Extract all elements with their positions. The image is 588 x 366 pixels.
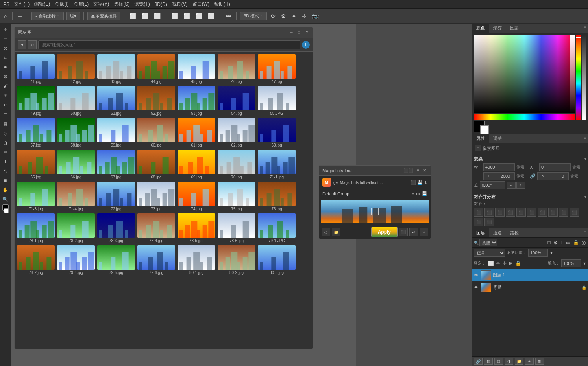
transform-toggle[interactable]: 显示变换控件 — [87, 12, 120, 20]
delete-layer-btn[interactable]: 🗑 — [535, 358, 544, 365]
image-item-76-jpg[interactable]: 76.jpg — [257, 181, 296, 212]
background-swatch[interactable] — [480, 125, 489, 134]
image-item-80-1-jpg[interactable]: 80-1.jpg — [177, 245, 216, 276]
image-item-67-jpg[interactable]: 67.jpg — [96, 149, 136, 180]
nav-dropdown-btn[interactable]: ▾ — [18, 40, 26, 49]
history-tool[interactable]: ↩ — [1, 101, 10, 109]
adjustment-btn[interactable]: ◑ — [505, 358, 513, 365]
group-btn[interactable]: 📁 — [515, 358, 523, 365]
image-item-78-6-jpg[interactable]: 78-6.jpg — [217, 213, 256, 244]
image-item-68-jpg[interactable]: 68.jpg — [137, 149, 176, 180]
tab-channels[interactable]: 通道 — [489, 228, 506, 237]
shape-filter-btn[interactable]: ▭ — [565, 239, 571, 246]
pixel-filter-btn[interactable]: □ — [547, 239, 551, 246]
align-bottom-btn[interactable]: ⬛ — [527, 208, 536, 217]
image-item-41-jpg[interactable]: 41.jpg — [16, 53, 55, 85]
fill-input[interactable] — [561, 259, 581, 267]
text-filter-btn[interactable]: T — [560, 239, 564, 246]
align-section-header[interactable]: 对齐并分布 ▾ — [474, 193, 586, 201]
alpha-slider[interactable] — [582, 35, 586, 120]
dist-right-btn[interactable]: ⬛ — [570, 208, 579, 217]
image-item-71-1-jpg[interactable]: 71-1.jpg — [257, 149, 296, 180]
lasso-tool[interactable]: ⊙ — [1, 44, 10, 53]
layer-row-1[interactable]: 👁 图层 1 — [472, 269, 588, 281]
auto-select-checkbox[interactable]: ✓ 自动选择： — [31, 12, 64, 20]
magic-back-btn[interactable]: ◁ — [322, 228, 330, 236]
dist-h-btn[interactable]: ⬛ — [538, 208, 547, 217]
distribute-h-icon[interactable]: ⬜ — [194, 12, 204, 20]
magic-folder-btn[interactable]: 📁 — [332, 228, 340, 236]
image-item-78-2-jpg[interactable]: 78-2.jpg — [16, 245, 55, 276]
info-button[interactable]: i — [302, 41, 310, 49]
filter-type-select[interactable]: 类型 — [479, 239, 497, 246]
panel-menu-btn[interactable]: ≡ — [582, 24, 588, 33]
menu-ps[interactable]: PS — [3, 2, 9, 7]
flip-v-btn[interactable]: ↕ — [516, 182, 525, 189]
image-item-71-3-jpg[interactable]: 71-3.jpg — [16, 181, 55, 212]
opacity-input[interactable] — [528, 249, 548, 257]
lock-position-btn[interactable]: ✛ — [502, 260, 507, 267]
menu-layer[interactable]: 图层(L) — [74, 1, 89, 7]
hue-slider[interactable] — [576, 35, 581, 120]
image-item-70-jpg[interactable]: 70.jpg — [217, 149, 256, 180]
visibility-eye-1[interactable]: 👁 — [474, 272, 479, 278]
crop-tool[interactable]: ⌗ — [1, 53, 10, 62]
menu-text[interactable]: 文字(Y) — [93, 1, 109, 7]
fill-dropdown[interactable]: ▾ — [582, 260, 586, 267]
3d-extra-icon[interactable]: ✦ — [290, 12, 298, 20]
image-item-63-jpg[interactable]: 63.jpg — [257, 117, 296, 148]
image-item-49-jpg[interactable]: 49.jpg — [16, 85, 55, 116]
h-input[interactable] — [490, 174, 510, 178]
link-layers-btn[interactable]: 🔗 — [474, 358, 483, 365]
dist-v-btn[interactable]: ⬛ — [548, 208, 558, 217]
new-layer-btn[interactable]: + — [525, 358, 534, 365]
color-spectrum[interactable] — [474, 35, 575, 113]
align-right-icon[interactable]: ⬜ — [152, 12, 162, 20]
x-input[interactable] — [539, 163, 571, 171]
select-tool[interactable]: ▭ — [1, 35, 10, 43]
tab-properties[interactable]: 属性 — [472, 134, 489, 143]
distribute-v-icon[interactable]: ⬜ — [182, 12, 192, 20]
image-item-59-jpg[interactable]: 59.jpg — [96, 117, 136, 148]
menu-view[interactable]: 视图(V) — [172, 1, 188, 7]
image-item-74-jpg[interactable]: 74.jpg — [177, 181, 216, 212]
image-item-51-jpg[interactable]: 51.jpg — [96, 85, 136, 116]
image-item-44-jpg[interactable]: 44.jpg — [137, 53, 176, 85]
dist-top-btn[interactable]: ⬛ — [474, 218, 483, 226]
menu-select[interactable]: 选择(S) — [114, 1, 129, 7]
image-item-46-jpg[interactable]: 46.jpg — [217, 53, 256, 85]
minimize-button[interactable]: ─ — [288, 30, 294, 35]
opacity-dropdown[interactable]: ▾ — [549, 250, 553, 256]
lock-pixels-btn[interactable]: ✏ — [496, 260, 501, 267]
image-item-78-1-jpg[interactable]: 78-1.jpg — [16, 213, 55, 244]
lock-transparent-btn[interactable]: ⬜ — [487, 260, 495, 267]
image-item-47-jpg[interactable]: 47.jpg — [257, 53, 296, 85]
image-item-43-jpg[interactable]: 43.jpg — [96, 53, 136, 85]
menu-image[interactable]: 图像(I) — [55, 1, 68, 7]
image-item-79-1-JPG[interactable]: 79-1.JPG — [257, 213, 296, 244]
align-center-v-btn[interactable]: ⬛ — [516, 208, 526, 217]
image-item-71-4-jpg[interactable]: 71-4.jpg — [56, 181, 96, 212]
pen-tool[interactable]: ✏ — [1, 148, 10, 156]
bg-color-swatch[interactable] — [4, 208, 9, 213]
eraser-tool[interactable]: ◻ — [1, 110, 10, 119]
clone-tool[interactable]: ⊞ — [1, 91, 10, 100]
tab-layers[interactable]: 图层 — [472, 228, 489, 237]
magic-history-btn[interactable]: ↩ — [409, 228, 418, 236]
menu-help[interactable]: 帮助(H) — [214, 1, 230, 7]
distribute-end-icon[interactable]: ⬜ — [206, 12, 216, 20]
menu-file[interactable]: 文件(F) — [14, 1, 30, 7]
eyedropper-tool[interactable]: ✒ — [1, 63, 10, 72]
image-item-65-jpg[interactable]: 65.jpg — [16, 149, 55, 180]
image-item-79-5-jpg[interactable]: 79-5.jpg — [96, 245, 136, 276]
brush-tool[interactable]: 🖌 — [1, 82, 10, 90]
zoom-tool[interactable]: 🔍 — [1, 195, 10, 204]
group-select[interactable]: 组 ▾ — [66, 12, 80, 20]
adjust-filter-btn[interactable]: ⚙ — [553, 239, 558, 246]
tab-adjust[interactable]: 调整 — [489, 134, 506, 143]
3d-pan-icon[interactable]: ✛ — [300, 12, 308, 20]
image-item-79-4-jpg[interactable]: 79-4.jpg — [56, 245, 96, 276]
layer-style-btn[interactable]: fx — [484, 358, 493, 365]
refresh-btn[interactable]: ↻ — [28, 40, 37, 49]
magic-export-btn[interactable]: ⬛ — [399, 228, 408, 236]
